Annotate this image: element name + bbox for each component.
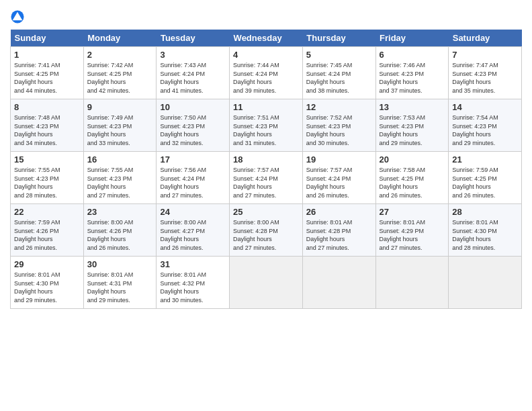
calendar-cell: 28 Sunrise: 8:01 AMSunset: 4:30 PMDaylig… (449, 204, 522, 257)
day-info: Sunrise: 7:55 AMSunset: 4:23 PMDaylight … (87, 167, 134, 199)
day-info: Sunrise: 7:57 AMSunset: 4:24 PMDaylight … (306, 167, 353, 199)
day-number: 8 (14, 102, 80, 112)
day-number: 1 (14, 50, 80, 60)
day-info: Sunrise: 7:52 AMSunset: 4:23 PMDaylight … (306, 114, 353, 146)
day-number: 7 (452, 50, 518, 60)
day-number: 12 (306, 102, 372, 112)
day-number: 15 (14, 154, 80, 165)
calendar-cell: 13 Sunrise: 7:53 AMSunset: 4:23 PMDaylig… (375, 99, 449, 152)
day-info: Sunrise: 7:41 AMSunset: 4:25 PMDaylight … (14, 62, 60, 94)
day-number: 23 (87, 207, 153, 217)
day-number: 26 (306, 207, 372, 217)
week-row-2: 8 Sunrise: 7:48 AMSunset: 4:23 PMDayligh… (11, 99, 522, 152)
calendar-cell: 26 Sunrise: 8:01 AMSunset: 4:28 PMDaylig… (302, 204, 375, 257)
weekday-header-row: SundayMondayTuesdayWednesdayThursdayFrid… (11, 30, 522, 47)
day-number: 17 (160, 154, 226, 165)
day-number: 4 (233, 50, 299, 60)
day-info: Sunrise: 7:44 AMSunset: 4:24 PMDaylight … (233, 62, 279, 94)
calendar-cell (302, 257, 375, 309)
calendar-cell: 25 Sunrise: 8:00 AMSunset: 4:28 PMDaylig… (230, 204, 303, 257)
weekday-header-thursday: Thursday (302, 30, 375, 47)
day-number: 6 (380, 50, 445, 60)
week-row-5: 29 Sunrise: 8:01 AMSunset: 4:30 PMDaylig… (11, 257, 522, 309)
day-info: Sunrise: 8:01 AMSunset: 4:31 PMDaylight … (87, 271, 134, 304)
day-info: Sunrise: 7:49 AMSunset: 4:23 PMDaylight … (87, 114, 134, 146)
day-info: Sunrise: 7:48 AMSunset: 4:23 PMDaylight … (14, 114, 60, 146)
day-number: 11 (233, 102, 299, 112)
day-info: Sunrise: 7:46 AMSunset: 4:23 PMDaylight … (380, 62, 426, 94)
day-info: Sunrise: 8:01 AMSunset: 4:30 PMDaylight … (14, 271, 60, 304)
day-number: 30 (87, 259, 153, 269)
day-info: Sunrise: 7:50 AMSunset: 4:23 PMDaylight … (160, 114, 206, 146)
weekday-header-tuesday: Tuesday (157, 30, 230, 47)
day-number: 27 (380, 207, 445, 217)
day-number: 19 (306, 154, 372, 165)
day-number: 31 (160, 259, 226, 269)
calendar-cell: 3 Sunrise: 7:43 AMSunset: 4:24 PMDayligh… (157, 47, 230, 99)
weekday-header-saturday: Saturday (449, 30, 522, 47)
calendar-cell: 14 Sunrise: 7:54 AMSunset: 4:23 PMDaylig… (449, 99, 522, 152)
day-number: 29 (14, 259, 80, 269)
calendar-cell: 8 Sunrise: 7:48 AMSunset: 4:23 PMDayligh… (11, 99, 84, 152)
logo-icon (10, 9, 25, 24)
day-number: 5 (306, 50, 372, 60)
calendar-cell: 29 Sunrise: 8:01 AMSunset: 4:30 PMDaylig… (11, 257, 84, 309)
calendar-cell: 17 Sunrise: 7:56 AMSunset: 4:24 PMDaylig… (157, 152, 230, 204)
calendar-cell: 6 Sunrise: 7:46 AMSunset: 4:23 PMDayligh… (375, 47, 449, 99)
calendar-cell: 22 Sunrise: 7:59 AMSunset: 4:26 PMDaylig… (11, 204, 84, 257)
calendar-cell (230, 257, 303, 309)
day-info: Sunrise: 7:42 AMSunset: 4:25 PMDaylight … (87, 62, 134, 94)
day-info: Sunrise: 8:01 AMSunset: 4:30 PMDaylight … (452, 219, 498, 251)
day-info: Sunrise: 7:59 AMSunset: 4:26 PMDaylight … (14, 219, 60, 251)
day-info: Sunrise: 7:57 AMSunset: 4:24 PMDaylight … (233, 167, 279, 199)
day-info: Sunrise: 7:51 AMSunset: 4:23 PMDaylight … (233, 114, 279, 146)
calendar-cell: 31 Sunrise: 8:01 AMSunset: 4:32 PMDaylig… (157, 257, 230, 309)
calendar-cell: 15 Sunrise: 7:55 AMSunset: 4:23 PMDaylig… (11, 152, 84, 204)
day-info: Sunrise: 8:01 AMSunset: 4:32 PMDaylight … (160, 271, 206, 304)
calendar-table: SundayMondayTuesdayWednesdayThursdayFrid… (10, 30, 522, 309)
calendar-cell: 5 Sunrise: 7:45 AMSunset: 4:24 PMDayligh… (302, 47, 375, 99)
weekday-header-sunday: Sunday (11, 30, 84, 47)
day-number: 3 (160, 50, 226, 60)
day-info: Sunrise: 7:55 AMSunset: 4:23 PMDaylight … (14, 167, 60, 199)
day-info: Sunrise: 7:47 AMSunset: 4:23 PMDaylight … (452, 62, 498, 94)
calendar-cell: 27 Sunrise: 8:01 AMSunset: 4:29 PMDaylig… (375, 204, 449, 257)
day-number: 14 (452, 102, 518, 112)
day-number: 9 (87, 102, 153, 112)
weekday-header-wednesday: Wednesday (230, 30, 303, 47)
calendar-cell (375, 257, 449, 309)
calendar-cell (449, 257, 522, 309)
day-number: 21 (452, 154, 518, 165)
calendar-cell: 2 Sunrise: 7:42 AMSunset: 4:25 PMDayligh… (83, 47, 157, 99)
calendar-cell: 20 Sunrise: 7:58 AMSunset: 4:25 PMDaylig… (375, 152, 449, 204)
day-info: Sunrise: 7:56 AMSunset: 4:24 PMDaylight … (160, 167, 206, 199)
weekday-header-monday: Monday (83, 30, 157, 47)
day-info: Sunrise: 7:43 AMSunset: 4:24 PMDaylight … (160, 62, 206, 94)
calendar-cell: 10 Sunrise: 7:50 AMSunset: 4:23 PMDaylig… (157, 99, 230, 152)
day-info: Sunrise: 7:45 AMSunset: 4:24 PMDaylight … (306, 62, 353, 94)
calendar-cell: 4 Sunrise: 7:44 AMSunset: 4:24 PMDayligh… (230, 47, 303, 99)
weekday-header-friday: Friday (375, 30, 449, 47)
calendar-cell: 11 Sunrise: 7:51 AMSunset: 4:23 PMDaylig… (230, 99, 303, 152)
day-number: 2 (87, 50, 153, 60)
day-number: 22 (14, 207, 80, 217)
calendar-cell: 1 Sunrise: 7:41 AMSunset: 4:25 PMDayligh… (11, 47, 84, 99)
day-info: Sunrise: 8:00 AMSunset: 4:28 PMDaylight … (233, 219, 279, 251)
day-number: 10 (160, 102, 226, 112)
day-info: Sunrise: 7:54 AMSunset: 4:23 PMDaylight … (452, 114, 498, 146)
day-number: 13 (380, 102, 445, 112)
calendar-cell: 16 Sunrise: 7:55 AMSunset: 4:23 PMDaylig… (83, 152, 157, 204)
day-info: Sunrise: 8:01 AMSunset: 4:28 PMDaylight … (306, 219, 353, 251)
calendar-cell: 7 Sunrise: 7:47 AMSunset: 4:23 PMDayligh… (449, 47, 522, 99)
day-number: 24 (160, 207, 226, 217)
day-info: Sunrise: 7:58 AMSunset: 4:25 PMDaylight … (380, 167, 426, 199)
day-number: 25 (233, 207, 299, 217)
week-row-3: 15 Sunrise: 7:55 AMSunset: 4:23 PMDaylig… (11, 152, 522, 204)
day-number: 28 (452, 207, 518, 217)
week-row-1: 1 Sunrise: 7:41 AMSunset: 4:25 PMDayligh… (11, 47, 522, 99)
day-info: Sunrise: 8:00 AMSunset: 4:26 PMDaylight … (87, 219, 134, 251)
day-info: Sunrise: 7:53 AMSunset: 4:23 PMDaylight … (380, 114, 426, 146)
calendar-cell: 19 Sunrise: 7:57 AMSunset: 4:24 PMDaylig… (302, 152, 375, 204)
day-info: Sunrise: 8:01 AMSunset: 4:29 PMDaylight … (380, 219, 426, 251)
day-info: Sunrise: 7:59 AMSunset: 4:25 PMDaylight … (452, 167, 498, 199)
